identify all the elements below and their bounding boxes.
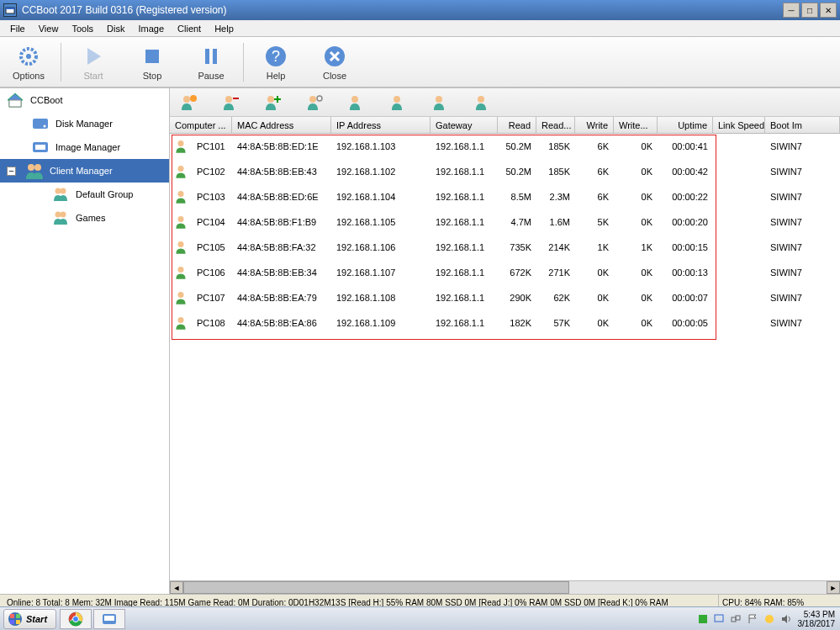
col-write[interactable]: Write <box>575 117 614 133</box>
tray-monitor-icon[interactable] <box>714 614 724 624</box>
cell-gateway: 192.168.1.1 <box>431 318 498 328</box>
cell-ip: 192.168.1.102 <box>331 167 431 177</box>
scroll-thumb[interactable] <box>183 581 569 594</box>
tray-clock[interactable]: 5:43 PM 3/18/2017 <box>798 610 836 628</box>
cell-ip: 192.168.1.109 <box>331 318 431 328</box>
pause-button[interactable]: Pause <box>191 44 231 81</box>
cell-computer: PC108 <box>192 318 232 328</box>
user-action-7-icon[interactable] <box>431 93 451 113</box>
cell-ip: 192.168.1.107 <box>331 267 431 278</box>
svg-rect-52 <box>699 615 707 623</box>
taskbar-chrome[interactable] <box>60 609 92 629</box>
table-row[interactable]: PC10644:8A:5B:8B:EB:34192.168.1.107192.1… <box>170 260 840 285</box>
scroll-left-icon[interactable]: ◄ <box>170 581 183 594</box>
table-row[interactable]: PC10144:8A:5B:8B:ED:1E192.168.1.103192.1… <box>170 134 840 159</box>
svg-rect-51 <box>104 616 114 621</box>
col-mac[interactable]: MAC Address <box>232 117 331 133</box>
options-button[interactable]: Options <box>8 44 49 81</box>
tree-collapse-icon[interactable]: − <box>7 167 16 176</box>
maximize-button[interactable]: □ <box>801 3 818 18</box>
cell-uptime: 00:00:20 <box>658 217 713 227</box>
col-writes[interactable]: Write... <box>614 117 658 133</box>
cell-read: 50.2M <box>498 167 536 177</box>
tray-flag-icon[interactable] <box>748 614 758 624</box>
col-uptime[interactable]: Uptime <box>658 117 713 133</box>
cell-uptime: 00:00:13 <box>658 267 713 278</box>
menu-tools[interactable]: Tools <box>65 22 100 35</box>
cell-reads: 57K <box>536 318 575 328</box>
menu-client[interactable]: Client <box>171 22 208 35</box>
tree-root[interactable]: CCBoot <box>0 88 169 112</box>
tree-default-group[interactable]: Default Group <box>0 183 169 206</box>
table-row[interactable]: PC10244:8A:5B:8B:EB:43192.168.1.102192.1… <box>170 159 840 184</box>
tree-games-label: Games <box>76 213 105 223</box>
menu-image[interactable]: Image <box>131 22 171 35</box>
main-panel: Computer ... MAC Address IP Address Gate… <box>170 88 840 594</box>
scroll-right-icon[interactable]: ► <box>827 581 840 594</box>
person-icon <box>170 162 192 181</box>
tree-games[interactable]: Games <box>0 206 169 230</box>
cell-computer: PC107 <box>192 293 232 303</box>
svg-rect-6 <box>205 49 209 64</box>
svg-point-20 <box>61 188 66 194</box>
window-title: CCBoot 2017 Build 0316 (Registered versi… <box>22 4 781 16</box>
cell-ip: 192.168.1.103 <box>331 141 431 151</box>
svg-point-35 <box>178 166 184 172</box>
table-row[interactable]: PC10744:8A:5B:8B:EA:79192.168.1.108192.1… <box>170 285 840 310</box>
menu-file[interactable]: File <box>3 22 32 35</box>
col-link[interactable]: Link Speed <box>713 117 765 133</box>
cell-read: 672K <box>498 267 536 278</box>
cell-writes: 0K <box>614 167 658 177</box>
taskbar-ccboot[interactable] <box>93 609 125 629</box>
close-app-button[interactable]: Close <box>314 44 355 81</box>
svg-rect-45 <box>10 620 14 624</box>
help-button[interactable]: ? Help <box>256 44 296 81</box>
user-add-icon[interactable] <box>262 93 283 113</box>
menu-disk[interactable]: Disk <box>100 22 131 35</box>
cell-mac: 44:8A:5B:8B:ED:6E <box>232 192 331 202</box>
user-action-4-icon[interactable] <box>304 93 325 113</box>
tray-network-icon[interactable] <box>731 614 741 624</box>
client-toolbar <box>170 88 840 117</box>
grid-body: PC10144:8A:5B:8B:ED:1E192.168.1.103192.1… <box>170 134 840 336</box>
col-read[interactable]: Read <box>498 117 536 133</box>
titlebar[interactable]: CCBoot 2017 Build 0316 (Registered versi… <box>0 0 840 20</box>
col-gateway[interactable]: Gateway <box>431 117 498 133</box>
start-button-taskbar[interactable]: Start <box>3 609 56 629</box>
tray-icon-1[interactable] <box>699 615 707 623</box>
tray-updates-icon[interactable] <box>764 614 774 624</box>
tree-disk-manager[interactable]: Disk Manager <box>0 112 169 135</box>
cell-boot: SIWIN7 <box>765 242 811 252</box>
col-computer[interactable]: Computer ... <box>170 117 232 133</box>
close-button[interactable]: ✕ <box>820 3 837 18</box>
tree-image-manager[interactable]: Image Manager <box>0 135 169 159</box>
user-remove-icon[interactable] <box>220 93 240 113</box>
horizontal-scrollbar[interactable]: ◄ ► <box>170 580 840 594</box>
svg-point-28 <box>309 96 316 103</box>
start-button[interactable]: Start <box>73 44 114 81</box>
table-row[interactable]: PC10844:8A:5B:8B:EA:86192.168.1.109192.1… <box>170 310 840 336</box>
minimize-button[interactable]: ─ <box>783 3 800 18</box>
menu-help[interactable]: Help <box>208 22 240 35</box>
svg-point-39 <box>178 267 184 273</box>
cell-read: 4.7M <box>498 217 536 227</box>
svg-point-56 <box>765 615 774 623</box>
client-grid: Computer ... MAC Address IP Address Gate… <box>170 117 840 594</box>
user-action-5-icon[interactable] <box>346 93 367 113</box>
svg-rect-54 <box>732 617 736 622</box>
table-row[interactable]: PC10444:8A:5B:8B:F1:B9192.168.1.105192.1… <box>170 209 840 235</box>
cell-ip: 192.168.1.108 <box>331 293 431 303</box>
col-ip[interactable]: IP Address <box>331 117 431 133</box>
user-action-6-icon[interactable] <box>388 93 409 113</box>
table-row[interactable]: PC10344:8A:5B:8B:ED:6E192.168.1.104192.1… <box>170 184 840 209</box>
stop-button[interactable]: Stop <box>132 44 172 81</box>
tree-client-manager[interactable]: − Client Manager <box>0 159 169 183</box>
table-row[interactable]: PC10544:8A:5B:8B:FA:32192.168.1.106192.1… <box>170 235 840 260</box>
user-action-8-icon[interactable] <box>473 93 493 113</box>
col-boot[interactable]: Boot Im <box>765 117 840 133</box>
user-action-1-icon[interactable] <box>178 93 198 113</box>
menu-view[interactable]: View <box>32 22 66 35</box>
tray-volume-icon[interactable] <box>781 614 791 624</box>
col-reads[interactable]: Read... <box>536 117 575 133</box>
svg-point-24 <box>190 95 197 102</box>
